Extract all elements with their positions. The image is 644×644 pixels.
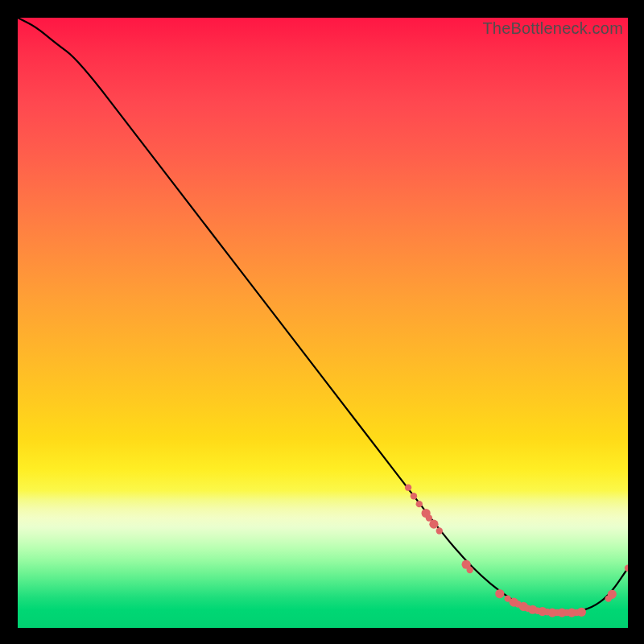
marker-dot bbox=[466, 567, 473, 573]
marker-dot bbox=[416, 501, 423, 507]
marker-group bbox=[405, 484, 628, 617]
marker-dot bbox=[625, 565, 628, 572]
marker-dot bbox=[495, 589, 504, 598]
watermark-text: TheBottleneck.com bbox=[482, 19, 623, 38]
plot-area: TheBottleneck.com bbox=[18, 18, 628, 628]
curve-layer bbox=[18, 18, 628, 628]
marker-dot bbox=[436, 527, 443, 534]
marker-dot bbox=[411, 493, 417, 499]
bottleneck-curve-path bbox=[18, 18, 628, 612]
marker-dot bbox=[405, 484, 411, 490]
chart-stage: TheBottleneck.com bbox=[0, 0, 644, 644]
marker-dot bbox=[577, 608, 586, 617]
marker-dot bbox=[608, 590, 617, 599]
marker-dot bbox=[429, 520, 438, 529]
